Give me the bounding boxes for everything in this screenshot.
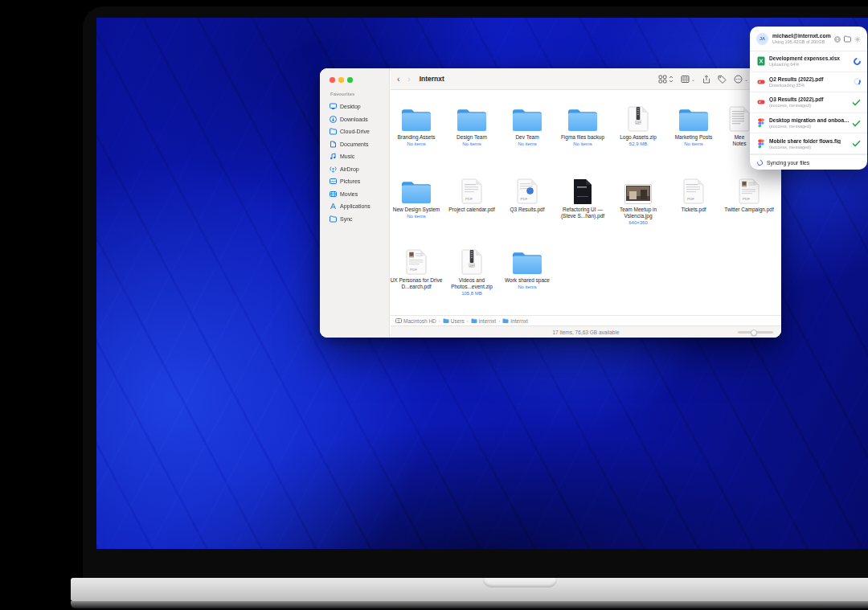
chevron-down-icon: ⌄ [744, 76, 748, 82]
file-icon: ZIP [610, 104, 666, 132]
file-item[interactable]: Refactoring UI — (Steve S...han).pdf [555, 177, 611, 219]
maximize-button[interactable] [347, 77, 353, 83]
file-subtitle: No items [444, 141, 500, 147]
file-subtitle: No items [391, 141, 444, 147]
airdrop-icon [330, 166, 337, 173]
sidebar-item-music[interactable]: Music [326, 150, 386, 163]
sidebar-item-applications[interactable]: Applications [326, 200, 386, 213]
breadcrumb-item[interactable]: internxt [471, 317, 496, 325]
back-button[interactable]: ‹ [397, 75, 399, 84]
file-item[interactable]: Team Meetup in Vslencia.jpg640×360 [610, 177, 666, 226]
svg-text:ZIP: ZIP [469, 264, 474, 268]
file-item[interactable]: PDFUX Personas for Drive D...earch.pdf [391, 248, 444, 290]
tag-button[interactable] [718, 72, 727, 87]
laptop-lid-notch [483, 578, 557, 587]
chevron-down-icon: ⌄ [691, 76, 695, 82]
file-item[interactable]: New Design SystemNo items [391, 177, 444, 219]
icon-size-slider[interactable] [738, 331, 773, 334]
sidebar-item-cloud-drive[interactable]: Cloud-Drive [326, 125, 386, 138]
sync-status-text: Syncing your files [767, 160, 809, 166]
forward-button[interactable]: › [407, 75, 410, 84]
widget-header: JA michael@internxt.com Using 195.42GB o… [750, 27, 867, 51]
file-name: Design Team [444, 134, 500, 141]
file-item[interactable]: Branding AssetsNo items [391, 104, 444, 147]
finder-statusbar: Macintosh HD›Users›internxt›Internxt 17 … [391, 315, 781, 338]
breadcrumb-item[interactable]: Macintosh HD [395, 317, 436, 325]
file-item[interactable]: Work shared spaceNo items [499, 248, 555, 290]
applications-icon [330, 203, 337, 210]
folder-icon [444, 104, 500, 132]
breadcrumb-separator: › [467, 318, 469, 323]
sync-file-list: Development expenses.xlsxUploading 64%Q2… [750, 51, 867, 154]
share-button[interactable] [702, 72, 710, 87]
file-icon: PDF [665, 177, 722, 204]
icon-view-icon [658, 72, 667, 87]
status-summary: 17 items, 76,63 GB available [552, 330, 619, 335]
sidebar-item-pictures[interactable]: Pictures [326, 175, 386, 188]
widget-header-icons [834, 31, 861, 46]
file-name: Logo Assets.zip [610, 134, 666, 141]
folder-icon [330, 128, 337, 135]
file-icon: PDF [721, 177, 777, 204]
file-name: Twitter Campaign.pdf [721, 207, 777, 213]
sidebar-item-downloads[interactable]: Downloads [326, 113, 386, 126]
icon-view-button[interactable] [658, 72, 674, 87]
group-view-button[interactable]: ⌄ [681, 72, 695, 87]
file-subtitle: No items [555, 141, 611, 147]
file-item[interactable]: Design TeamNo items [444, 104, 500, 147]
close-button[interactable] [330, 77, 335, 83]
sidebar-item-label: Movies [340, 191, 358, 197]
svg-text:ZIP: ZIP [636, 121, 641, 125]
file-item[interactable]: PDFTickets.pdf [665, 177, 722, 213]
gear-icon[interactable] [854, 31, 861, 46]
breadcrumb-item[interactable]: Users [443, 317, 465, 325]
folder-icon [555, 104, 611, 132]
more-actions-button[interactable]: ⌄ [734, 72, 748, 87]
sync-file-name: Desktop migration and onboardi... [769, 117, 851, 123]
file-icon: PDF [391, 248, 444, 275]
item-count-bar: 17 items, 76,63 GB available [391, 325, 781, 338]
sync-file-row[interactable]: Desktop migration and onboardi...(succes… [750, 113, 867, 134]
svg-text:PDF: PDF [465, 197, 473, 201]
sidebar-item-label: Applications [340, 203, 371, 209]
sync-file-row[interactable]: Development expenses.xlsxUploading 64% [750, 51, 867, 72]
file-subtitle: 640×360 [610, 219, 666, 226]
file-item[interactable]: PDFProject calendar.pdf [444, 177, 500, 213]
breadcrumb-item[interactable]: Internxt [502, 317, 528, 325]
folder-icon [391, 104, 444, 132]
finder-sidebar: Favourites DesktopDownloadsCloud-DriveDo… [320, 68, 390, 338]
minimize-button[interactable] [338, 77, 344, 83]
globe-icon[interactable] [834, 31, 841, 46]
sidebar-item-documents[interactable]: Documents [326, 138, 386, 151]
tag-icon [718, 72, 727, 87]
breadcrumb-label: Internxt [510, 318, 528, 324]
file-item[interactable]: Figma files backupNo items [555, 104, 611, 147]
small-folder-icon [471, 317, 477, 325]
slider-thumb[interactable] [751, 330, 757, 336]
pdf-file-icon [756, 77, 765, 87]
sidebar-item-desktop[interactable]: Desktop [326, 100, 386, 113]
file-item[interactable]: PDFTwitter Campaign.pdf [721, 177, 777, 213]
disk-icon [395, 317, 402, 325]
account-email: michael@internxt.com [772, 33, 834, 39]
sync-file-row[interactable]: Q3 Results (2022).pdf(success, messaged) [750, 92, 867, 113]
folder-icon[interactable] [844, 31, 851, 46]
storage-usage: Using 195.42GB of 200GB [772, 39, 834, 44]
file-subtitle: 105,8 MB [444, 290, 500, 297]
sync-file-row[interactable]: Mobile share folder flows.fig(success, m… [750, 133, 867, 154]
sidebar-item-sync[interactable]: Sync [326, 213, 386, 226]
widget-footer: Syncing your files [750, 154, 867, 170]
file-item[interactable]: PDFQ3 Results.pdf [499, 177, 555, 213]
window-controls [330, 77, 353, 83]
sidebar-item-movies[interactable]: Movies [326, 188, 386, 201]
svg-text:PDF: PDF [410, 268, 417, 272]
file-item[interactable]: Dev TeamNo items [499, 104, 555, 147]
breadcrumb-label: Users [451, 318, 465, 324]
downloads-icon [330, 116, 337, 123]
check-icon [851, 140, 861, 147]
sidebar-item-airdrop[interactable]: AirDrop [326, 163, 386, 176]
sidebar-item-label: Desktop [340, 104, 361, 109]
file-item[interactable]: ZIPVideos and Photos...event.zip105,8 MB [444, 248, 500, 297]
file-item[interactable]: ZIPLogo Assets.zip52,9 MB [610, 104, 666, 147]
sync-file-row[interactable]: Q2 Results (2022).pdfDownloading 35% [750, 72, 867, 93]
